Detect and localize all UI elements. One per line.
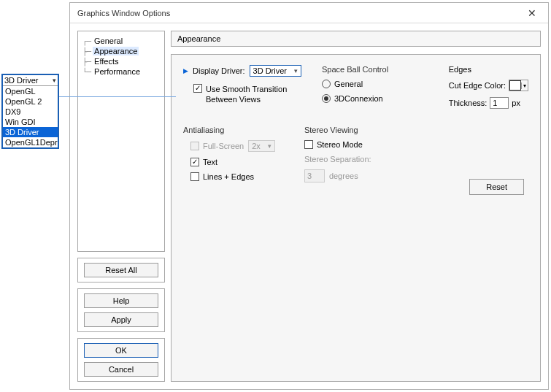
tree-item-performance[interactable]: └─Performance — [82, 66, 161, 77]
button-group: Reset All — [77, 258, 165, 283]
driver-dropdown-selected-label: 3D Driver — [4, 76, 38, 85]
reset-button[interactable]: Reset — [469, 179, 524, 195]
space-ball-title: Space Ball Control — [322, 65, 388, 74]
driver-option[interactable]: 3D Driver — [3, 127, 58, 137]
smooth-transition-label: Use Smooth TransitionBetween Views — [206, 84, 287, 105]
driver-option[interactable]: OpenGL 2 — [3, 96, 58, 107]
space-ball-3dconnexion-radio[interactable]: 3DConnexion — [322, 94, 388, 103]
antialiasing-group: Antialiasing Full-Screen 2x▾ ✓Text Lines… — [183, 126, 275, 182]
aa-text-checkbox[interactable]: ✓Text — [190, 158, 275, 166]
driver-option[interactable]: OpenGL — [3, 86, 58, 96]
space-ball-group: Space Ball Control General 3DConnexion — [322, 65, 388, 103]
reset-all-button[interactable]: Reset All — [84, 263, 158, 277]
pane-heading: Appearance — [171, 31, 541, 47]
chevron-down-icon: ▾ — [53, 77, 56, 84]
checkbox-icon — [304, 140, 313, 149]
stereo-title: Stereo Viewing — [304, 126, 371, 134]
callout-line — [59, 96, 176, 97]
driver-option[interactable]: DX9 — [3, 107, 58, 117]
display-driver-value: 3D Driver — [253, 66, 287, 75]
button-group: OK Cancel — [77, 338, 165, 382]
dialog-window: Graphics Window Options ✕ ┌─General ├─Ap… — [69, 2, 549, 390]
cancel-button[interactable]: Cancel — [84, 362, 158, 377]
checkbox-icon: ✓ — [193, 84, 202, 93]
aa-lines-edges-checkbox[interactable]: Lines + Edges — [190, 172, 275, 181]
dialog-title: Graphics Window Options — [77, 9, 523, 18]
ok-button[interactable]: OK — [84, 343, 158, 358]
color-swatch-icon — [509, 80, 521, 91]
aa-full-screen-checkbox: Full-Screen — [190, 142, 244, 150]
tree-item-general[interactable]: ┌─General — [82, 36, 161, 46]
display-driver-select[interactable]: 3D Driver ▾ — [250, 65, 301, 77]
thickness-input[interactable]: 1 — [490, 97, 509, 109]
close-icon[interactable]: ✕ — [523, 6, 541, 20]
checkbox-icon — [190, 142, 199, 150]
checkbox-icon — [190, 172, 199, 181]
titlebar: Graphics Window Options ✕ — [70, 3, 548, 23]
edges-title: Edges — [449, 65, 528, 74]
driver-option[interactable]: Win GDI — [3, 117, 58, 127]
radio-icon — [322, 94, 331, 103]
cut-edge-color-picker[interactable]: ▾ — [509, 80, 528, 91]
driver-dropdown-popup[interactable]: 3D Driver ▾ OpenGL OpenGL 2 DX9 Win GDI … — [1, 74, 59, 149]
aa-full-screen-select: 2x▾ — [248, 140, 275, 152]
thickness-label: Thickness: — [449, 99, 488, 107]
edges-group: Edges Cut Edge Color: ▾ Thickness: 1 px — [449, 65, 528, 109]
display-driver-label: Display Driver: — [193, 66, 245, 75]
tree-item-appearance[interactable]: ├─Appearance — [82, 46, 161, 56]
radio-icon — [322, 80, 331, 88]
appearance-panel: ▶ Display Driver: 3D Driver ▾ ✓ Use Smoo… — [171, 54, 541, 382]
chevron-down-icon: ▾ — [268, 142, 271, 150]
chevron-down-icon: ▾ — [294, 67, 298, 74]
cut-edge-color-label: Cut Edge Color: — [449, 81, 506, 90]
thickness-unit: px — [512, 99, 520, 107]
help-button[interactable]: Help — [84, 293, 158, 308]
apply-button[interactable]: Apply — [84, 312, 158, 327]
stereo-sep-label: Stereo Separation: — [304, 155, 371, 164]
smooth-transition-checkbox[interactable]: ✓ — [193, 84, 202, 93]
checkbox-icon: ✓ — [190, 158, 199, 166]
stereo-sep-input: 3 — [304, 169, 325, 182]
driver-option[interactable]: OpenGL1Depr — [3, 137, 58, 147]
antialiasing-title: Antialiasing — [183, 126, 275, 134]
stereo-group: Stereo Viewing Stereo Mode Stereo Separa… — [304, 126, 371, 182]
space-ball-general-radio[interactable]: General — [322, 80, 388, 88]
chevron-down-icon: ▾ — [521, 82, 528, 89]
driver-dropdown-selected[interactable]: 3D Driver ▾ — [3, 75, 58, 86]
triangle-right-icon: ▶ — [183, 67, 188, 74]
stereo-sep-unit: degrees — [329, 172, 358, 180]
category-tree: ┌─General ├─Appearance ├─Effects └─Perfo… — [77, 31, 165, 252]
button-group: Help Apply — [77, 288, 165, 332]
stereo-mode-checkbox[interactable]: Stereo Mode — [304, 140, 371, 149]
tree-item-effects[interactable]: ├─Effects — [82, 56, 161, 66]
